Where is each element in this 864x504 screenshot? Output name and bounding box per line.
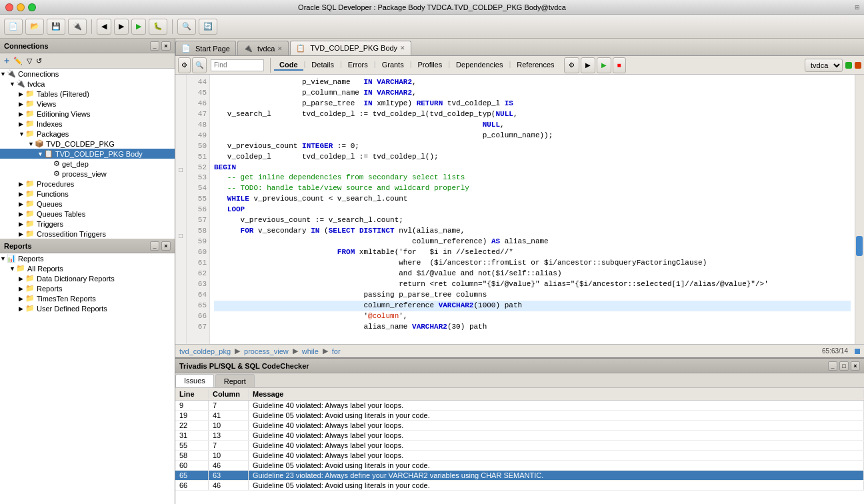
tree-item[interactable]: ▶📁Indexes xyxy=(0,119,175,129)
code-line[interactable]: NULL, xyxy=(214,120,851,131)
tree-item[interactable]: ▶📁Triggers xyxy=(0,219,175,229)
code-line[interactable]: p_parse_tree IN xmltype) RETURN tvd_cold… xyxy=(214,99,851,109)
breadcrumb-pkg[interactable]: tvd_coldep_pkg xyxy=(179,347,231,355)
code-line[interactable]: alias_name VARCHAR2(30) path xyxy=(214,322,851,333)
maximize-button[interactable] xyxy=(28,3,36,11)
back-button[interactable]: ◀ xyxy=(97,19,111,35)
code-tab-code[interactable]: Code xyxy=(274,60,303,71)
tab-close-icon[interactable]: ✕ xyxy=(277,45,283,52)
code-line[interactable]: return <ret column="{$i/@value}" alias="… xyxy=(214,279,851,290)
tree-item[interactable]: ▼📦TVD_COLDEP_PKG xyxy=(0,139,175,149)
bottom-minimize-btn[interactable]: _ xyxy=(828,361,837,371)
compile-btn[interactable]: ⚙ xyxy=(178,57,191,73)
code-line[interactable]: v_previous_count := v_search_l.count; xyxy=(214,215,851,226)
tree-item[interactable]: ▶📁Queues Tables xyxy=(0,209,175,219)
tree-item[interactable]: ▶📁Editioning Views xyxy=(0,109,175,119)
code-line[interactable]: -- get inline dependencies from secondar… xyxy=(214,173,851,183)
tree-item[interactable]: ▶📁Crossedition Triggers xyxy=(0,229,175,239)
run-icon-btn[interactable]: ▶ xyxy=(581,57,595,73)
code-tab-profiles[interactable]: Profiles xyxy=(413,60,448,71)
table-row[interactable]: 6046Guideline 05 violated: Avoid using l… xyxy=(175,461,864,471)
table-row[interactable]: 5810Guideline 40 violated: Always label … xyxy=(175,451,864,461)
code-scrollbar[interactable] xyxy=(855,75,864,344)
tab-issues[interactable]: Issues xyxy=(175,374,214,387)
compile-icon-btn[interactable]: ⚙ xyxy=(564,57,579,73)
tree-item[interactable]: ▶📁TimesTen Reports xyxy=(0,293,175,303)
table-row[interactable]: 2210Guideline 40 violated: Always label … xyxy=(175,421,864,431)
table-row[interactable]: 3113Guideline 40 violated: Always label … xyxy=(175,431,864,441)
new-button[interactable]: 📄 xyxy=(4,19,23,35)
run-button[interactable]: ▶ xyxy=(131,19,146,35)
tree-item[interactable]: ▼📊Reports xyxy=(0,253,175,263)
filter-button[interactable]: ▽ xyxy=(25,56,33,66)
code-line[interactable]: WHILE v_previous_count < v_search_l.coun… xyxy=(214,194,851,205)
tree-item[interactable]: ▼🔌tvdca xyxy=(0,79,175,89)
tab-report[interactable]: Report xyxy=(215,374,255,387)
find-button[interactable]: 🔍 xyxy=(177,19,196,35)
tree-item[interactable]: ▶📁Views xyxy=(0,99,175,109)
code-line[interactable]: LOOP xyxy=(214,205,851,215)
tab-close-icon[interactable]: ✕ xyxy=(400,45,405,51)
connection-selector[interactable]: tvdca xyxy=(805,59,843,72)
code-line[interactable]: v_previous_count INTEGER := 0; xyxy=(214,141,851,152)
table-row[interactable]: 6563Guideline 23 violated: Always define… xyxy=(175,471,864,481)
minimize-button[interactable] xyxy=(17,3,25,11)
forward-button[interactable]: ▶ xyxy=(114,19,129,35)
tree-item[interactable]: ⚙get_dep xyxy=(0,159,175,169)
tree-item[interactable]: ▼📋TVD_COLDEP_PKG Body xyxy=(0,149,175,159)
code-tab-dependencies[interactable]: Dependencies xyxy=(451,60,508,71)
tree-item[interactable]: ▶📁Queues xyxy=(0,199,175,209)
stop-btn[interactable]: ■ xyxy=(613,57,626,73)
close-button[interactable] xyxy=(5,3,13,11)
table-row[interactable]: 1941Guideline 05 violated: Avoid using l… xyxy=(175,411,864,421)
tab-Start-Page[interactable]: 📄Start Page xyxy=(175,41,236,55)
tree-item[interactable]: ▶📁Data Dictionary Reports xyxy=(0,273,175,283)
code-line[interactable]: FROM xmltable('for $i in //selected//* xyxy=(214,247,851,258)
code-line[interactable]: column_reference VARCHAR2(1000) path xyxy=(214,301,851,311)
code-line[interactable]: BEGIN xyxy=(214,163,851,173)
code-tab-grants[interactable]: Grants xyxy=(377,60,409,71)
code-line[interactable]: p_column_name IN VARCHAR2, xyxy=(214,88,851,99)
code-tab-details[interactable]: Details xyxy=(306,60,339,71)
tree-item[interactable]: ▶📁Functions xyxy=(0,189,175,199)
save-button[interactable]: 💾 xyxy=(47,19,65,35)
tree-item[interactable]: ▶📁Tables (Filtered) xyxy=(0,89,175,99)
code-tab-references[interactable]: References xyxy=(511,60,559,71)
debug-button[interactable]: 🐛 xyxy=(149,19,167,35)
table-row[interactable]: 6646Guideline 05 violated: Avoid using l… xyxy=(175,481,864,491)
table-row[interactable]: 97Guideline 40 violated: Always label yo… xyxy=(175,401,864,411)
code-area[interactable]: □□ 4445464748495051525354555657585960616… xyxy=(175,75,864,344)
edit-connection-button[interactable]: ✏️ xyxy=(12,56,24,66)
bottom-maximize-btn[interactable]: □ xyxy=(839,361,849,371)
code-line[interactable]: v_search_l tvd_coldep_l := tvd_coldep_l(… xyxy=(214,109,851,120)
code-line[interactable]: p_column_name)); xyxy=(214,131,851,141)
code-line[interactable]: and $i/@value and not($i/self::alias) xyxy=(214,269,851,279)
code-editor[interactable]: p_view_name IN VARCHAR2, p_column_name I… xyxy=(210,75,855,344)
code-line[interactable]: -- TODO: handle table/view source and wi… xyxy=(214,183,851,194)
tree-item[interactable]: ▼📁Packages xyxy=(0,129,175,139)
tree-item[interactable]: ▼🔌Connections xyxy=(0,69,175,79)
code-line[interactable]: passing p_parse_tree columns xyxy=(214,290,851,301)
reports-close-button[interactable]: × xyxy=(161,241,171,251)
breadcrumb-while[interactable]: while xyxy=(302,347,319,355)
code-line[interactable]: FOR v_secondary IN (SELECT DISTINCT nvl(… xyxy=(214,226,851,237)
add-connection-button[interactable]: + xyxy=(3,55,11,67)
connect-button[interactable]: 🔌 xyxy=(68,19,87,35)
code-line[interactable]: p_view_name IN VARCHAR2, xyxy=(214,77,851,88)
tree-item[interactable]: ▶📁Procedures xyxy=(0,179,175,189)
open-button[interactable]: 📂 xyxy=(25,19,44,35)
tab-TVD_COLDEP_PKG-Body[interactable]: 📋TVD_COLDEP_PKG Body ✕ xyxy=(290,41,411,55)
tree-item[interactable]: ▼📁All Reports xyxy=(0,263,175,273)
tree-item[interactable]: ▶📁User Defined Reports xyxy=(0,303,175,313)
refresh-conn-button[interactable]: ↺ xyxy=(35,56,43,66)
run-green-btn[interactable]: ▶ xyxy=(597,57,611,73)
reports-minimize-button[interactable]: _ xyxy=(150,241,159,251)
breadcrumb-proc[interactable]: process_view xyxy=(244,347,289,355)
panel-close-button[interactable]: × xyxy=(161,41,171,51)
code-line[interactable]: column_reference) AS alias_name xyxy=(214,237,851,247)
table-row[interactable]: 557Guideline 40 violated: Always label y… xyxy=(175,441,864,451)
tree-item[interactable]: ⚙process_view xyxy=(0,169,175,179)
code-line[interactable]: '@column', xyxy=(214,311,851,322)
code-line[interactable]: where ($i/ancestor::fromList or $i/ances… xyxy=(214,258,851,269)
code-line[interactable]: v_coldep_l tvd_coldep_l := tvd_coldep_l(… xyxy=(214,152,851,163)
